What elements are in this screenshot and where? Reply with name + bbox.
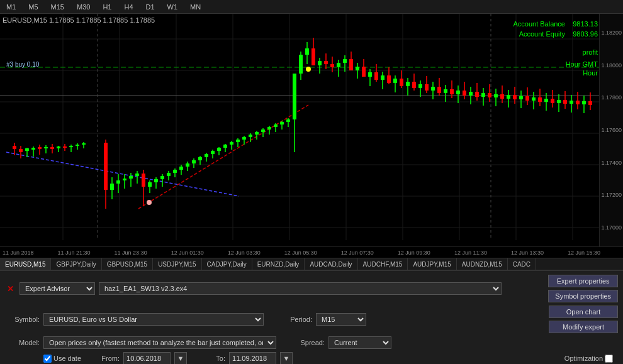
- time-0: 11 Jun 2018: [3, 250, 34, 256]
- symbol-properties-button[interactable]: Symbol properties: [548, 290, 618, 302]
- time-7: 12 Jun 09:30: [398, 250, 430, 256]
- model-label: Model:: [5, 339, 40, 346]
- tab-gbpusd-m15[interactable]: GBPUSD,M15: [102, 258, 153, 270]
- hour-gmt-label: Hour GMT: [566, 60, 598, 68]
- top-toolbar: M1 M5 M15 M30 H1 H4 D1 W1 MN: [0, 0, 623, 14]
- tab-cadjpy-daily[interactable]: CADJPY,Daily: [202, 258, 252, 270]
- price-6: 1.17200: [601, 192, 622, 198]
- chart-account-info: Account Balance 9813.13 Account Equity 9…: [513, 19, 598, 39]
- from-date-picker-button[interactable]: ▼: [174, 352, 187, 364]
- to-date-input[interactable]: [229, 352, 276, 364]
- time-2: 11 Jun 23:30: [115, 250, 147, 256]
- chart-area: EURUSD,M15 1.17885 1.17885 1.17885 1.178…: [0, 14, 623, 246]
- timeframe-h4[interactable]: H4: [120, 2, 137, 12]
- right-buttons-row2: Open chart Modify expert: [549, 306, 618, 333]
- tab-eurnzd-daily[interactable]: EURNZD,Daily: [252, 258, 305, 270]
- symbol-tabs: EURUSD,M15 GBPJPY,Daily GBPUSD,M15 USDJP…: [0, 258, 623, 270]
- time-4: 12 Jun 03:30: [228, 250, 261, 256]
- use-date-checkbox-label[interactable]: Use date: [43, 355, 81, 363]
- tab-audnzd-m15[interactable]: AUDNZD,M15: [457, 258, 508, 270]
- modify-expert-button[interactable]: Modify expert: [549, 321, 618, 333]
- price-3: 1.17800: [601, 94, 622, 101]
- tester-type-select[interactable]: Expert Advisor: [20, 282, 95, 295]
- timeframe-m30[interactable]: M30: [73, 2, 94, 12]
- price-1: 1.18200: [601, 30, 622, 36]
- time-scale: 11 Jun 2018 11 Jun 21:30 11 Jun 23:30 12…: [0, 246, 623, 258]
- from-label: From:: [85, 355, 120, 362]
- row-symbol-period: Symbol: EURUSD, Euro vs US Dollar Period…: [5, 306, 618, 333]
- to-date-picker-button[interactable]: ▼: [280, 352, 293, 364]
- price-2: 1.18000: [601, 62, 622, 69]
- timeframe-m15[interactable]: M15: [47, 2, 68, 12]
- price-7: 1.17000: [601, 224, 622, 231]
- tab-eurusd-m15[interactable]: EURUSD,M15: [0, 258, 51, 270]
- optimization-checkbox-label[interactable]: Optimization: [564, 355, 613, 363]
- row-model-spread: Model: Open prices only (fastest method …: [5, 336, 618, 349]
- symbol-label: Symbol:: [5, 316, 40, 323]
- symbol-select[interactable]: EURUSD, Euro vs US Dollar: [43, 313, 264, 326]
- timeframe-m1[interactable]: M1: [3, 2, 20, 12]
- tab-audjpy-m15[interactable]: AUDJPY,M15: [408, 258, 456, 270]
- tab-usdjpy-m15[interactable]: USDJPY,M15: [153, 258, 201, 270]
- time-10: 12 Jun 15:30: [568, 250, 600, 256]
- use-date-checkbox[interactable]: [43, 355, 52, 363]
- profit-label: profit: [583, 48, 598, 56]
- tab-audchf-m15[interactable]: AUDCHF,M15: [358, 258, 408, 270]
- ea-file-select[interactable]: haz1_EA1_SW13 v2.3.ex4: [99, 282, 502, 295]
- time-8: 12 Jun 11:30: [454, 250, 487, 256]
- optimization-checkbox[interactable]: [605, 355, 613, 363]
- open-chart-button[interactable]: Open chart: [549, 306, 618, 318]
- price-scale: 1.18200 1.18000 1.17800 1.17600 1.17400 …: [599, 14, 623, 246]
- strategy-tester-panel: ✕ Expert Advisor haz1_EA1_SW13 v2.3.ex4 …: [0, 270, 623, 364]
- row-dates: Use date From: ▼ To: ▼ Optimization: [5, 352, 618, 364]
- tab-cadc[interactable]: CADC: [508, 258, 536, 270]
- spread-label: Spread:: [290, 339, 325, 346]
- tab-gbpjpy-daily[interactable]: GBPJPY,Daily: [51, 258, 101, 270]
- time-5: 12 Jun 05:30: [284, 250, 317, 256]
- timeframe-d1[interactable]: D1: [142, 2, 159, 12]
- timeframe-h1[interactable]: H1: [99, 2, 115, 12]
- spread-select[interactable]: Current: [328, 336, 391, 349]
- right-action-buttons: Expert properties Symbol properties: [548, 275, 618, 302]
- account-equity-label: Account Equity: [519, 30, 565, 38]
- time-3: 12 Jun 01:30: [171, 250, 204, 256]
- account-balance-value: 9813.13: [573, 20, 598, 28]
- model-select[interactable]: Open prices only (fastest method to anal…: [43, 336, 276, 349]
- period-select[interactable]: M15: [316, 313, 366, 326]
- time-1: 11 Jun 21:30: [58, 250, 91, 256]
- expert-properties-button[interactable]: Expert properties: [548, 275, 618, 287]
- timeframe-mn[interactable]: MN: [186, 2, 205, 12]
- time-9: 12 Jun 13:30: [511, 250, 544, 256]
- hour-label: Hour: [583, 69, 598, 77]
- optimization-text: Optimization: [564, 355, 603, 362]
- period-label: Period:: [278, 316, 312, 323]
- row-ea-file: ✕ Expert Advisor haz1_EA1_SW13 v2.3.ex4 …: [5, 275, 618, 302]
- timeframe-m5[interactable]: M5: [25, 2, 42, 12]
- price-4: 1.17600: [601, 127, 622, 133]
- tab-audcad-daily[interactable]: AUDCAD,Daily: [305, 258, 357, 270]
- from-date-input[interactable]: [123, 352, 171, 364]
- price-5: 1.17400: [601, 160, 622, 166]
- chart-title: EURUSD,M15 1.17885 1.17885 1.17885 1.178…: [3, 16, 155, 24]
- close-tester-button[interactable]: ✕: [5, 284, 16, 294]
- account-equity-value: 9803.96: [573, 30, 598, 38]
- trade-label: #3 buy 0.10: [6, 61, 39, 68]
- use-date-text: Use date: [53, 355, 81, 362]
- to-label: To:: [191, 355, 225, 362]
- account-balance-label: Account Balance: [513, 20, 565, 28]
- timeframe-w1[interactable]: W1: [164, 2, 182, 12]
- time-6: 12 Jun 07:30: [341, 250, 374, 256]
